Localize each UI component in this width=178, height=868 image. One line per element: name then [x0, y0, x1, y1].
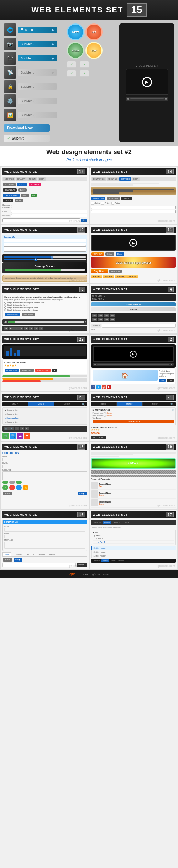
set12-login-input[interactable]: [11, 210, 87, 213]
set12-next-btn[interactable]: NEXT: [21, 194, 29, 197]
cb2[interactable]: [101, 202, 104, 205]
set4-dark-1[interactable]: btn: [92, 314, 98, 317]
set18-round-btn-2[interactable]: ✗: [9, 485, 15, 490]
set12-back-btn[interactable]: BACK: [18, 188, 27, 192]
set11-gold-btn2[interactable]: Button: [103, 275, 114, 278]
set18-prev-btn[interactable]: ◀ Prev: [3, 492, 12, 495]
set20-heart-icon[interactable]: ♥: [25, 427, 29, 430]
set11-gold-btn1[interactable]: Button: [91, 275, 102, 278]
set4-dark-3[interactable]: btn: [104, 314, 109, 317]
set20-share-icon[interactable]: ↗: [20, 427, 24, 430]
checkbox-1[interactable]: ✓: [67, 61, 76, 68]
set2-play[interactable]: ▶: [130, 351, 137, 358]
set11-video[interactable]: ▶: [91, 235, 176, 251]
set14-upload-btn[interactable]: UPLOAD: [121, 197, 132, 200]
set12-signin-btn[interactable]: SIGN IN: [3, 199, 13, 202]
set11-gold-btn4[interactable]: Button: [126, 275, 137, 278]
set10-email[interactable]: [4, 243, 86, 246]
menu-item-5[interactable]: SubMenu: [18, 83, 57, 90]
set14-download-btn[interactable]: DOWNLOAD: [91, 197, 105, 200]
tb-btn-4[interactable]: ✓: [19, 327, 23, 330]
radio-1[interactable]: [4, 302, 6, 304]
cb3[interactable]: [111, 202, 114, 205]
set18-toggle-3[interactable]: [16, 481, 22, 484]
radio-2[interactable]: [4, 304, 6, 306]
set10-message[interactable]: [4, 246, 86, 252]
menu-item-7[interactable]: SubMenu: [18, 112, 57, 118]
set22-fav-btn[interactable]: ♥: [52, 369, 57, 372]
set16-search-input[interactable]: [2, 563, 76, 567]
tb-btn-7[interactable]: ✉: [34, 327, 38, 330]
play-button[interactable]: ▶: [142, 77, 152, 87]
set22-download-btn[interactable]: DOWNLOAD: [5, 369, 19, 372]
menu-item-4[interactable]: SubMenu ▶: [18, 69, 57, 76]
set11-buynow-btn[interactable]: Buy Now!: [91, 269, 108, 273]
set4-dark-2[interactable]: btn: [98, 314, 103, 317]
set21-readmore-btn[interactable]: READ MORE: [91, 436, 106, 439]
set12-search-input[interactable]: [2, 218, 80, 222]
cb1[interactable]: [91, 202, 94, 205]
twitter-icon[interactable]: t: [96, 385, 101, 389]
tb-btn-5[interactable]: ✗: [24, 327, 28, 330]
set18-next-btn[interactable]: Next ▶: [78, 492, 87, 495]
set18-toggle-1[interactable]: [2, 481, 8, 484]
set11-play[interactable]: ▶: [129, 239, 137, 247]
set18-toggle-2[interactable]: [9, 481, 15, 484]
set4-dark-8[interactable]: btn: [110, 318, 115, 321]
set18-round-btn-1[interactable]: ✓: [2, 485, 8, 490]
set12-premium-btn[interactable]: PREMIUM: [29, 183, 41, 186]
set4-submit-btn[interactable]: Submit: [91, 307, 176, 311]
set10-name[interactable]: [4, 239, 86, 242]
set12-register-btn[interactable]: REGISTER: [3, 183, 16, 186]
set21-search-icon[interactable]: 🔍: [168, 402, 176, 406]
set18-round-btn-4[interactable]: ⭐: [23, 485, 28, 490]
set16-next-btn[interactable]: Next ▶: [14, 558, 23, 562]
set22-moreinfo-btn[interactable]: MORE INFO: [20, 369, 33, 372]
facebook-icon[interactable]: f: [91, 385, 95, 389]
search-icon-nav[interactable]: 🔍: [80, 402, 87, 406]
set4-dark-7[interactable]: btn: [104, 318, 109, 321]
set21-checkout-btn[interactable]: CHECKOUT!: [93, 420, 174, 423]
set3-submit-btn[interactable]: Submit answer: [5, 313, 20, 316]
submit-button[interactable]: ✓ Submit: [4, 135, 50, 142]
set18-email-input[interactable]: [2, 465, 87, 468]
set14-input-2[interactable]: [91, 210, 176, 213]
menu-item-3[interactable]: SubMenu ▶: [18, 55, 57, 61]
set18-round-btn-3[interactable]: i: [16, 485, 22, 490]
set16-prev-btn[interactable]: ◀ Prev: [3, 558, 12, 562]
download-now-button[interactable]: Download Now: [4, 124, 50, 132]
menu-item-2[interactable]: SubMenu ▶: [18, 41, 57, 47]
set3-view-btn[interactable]: View results: [22, 313, 35, 316]
set16-message[interactable]: [4, 542, 85, 549]
set20-search-icon[interactable]: 🔍: [9, 427, 14, 430]
set2-buy-btn[interactable]: Buy: [167, 379, 174, 382]
set4-dark-5[interactable]: btn: [92, 318, 98, 321]
set2-info-btn[interactable]: Info: [159, 379, 166, 382]
tb-btn-3[interactable]: ▶: [14, 327, 19, 330]
set20-upload-icon[interactable]: ⬆: [15, 427, 19, 430]
set12-select-btn[interactable]: SELECT: [17, 183, 27, 186]
set14-input-1[interactable]: [91, 206, 176, 209]
set16-name[interactable]: [4, 528, 85, 532]
tb-btn-1[interactable]: ⏮: [4, 327, 8, 330]
set12-ok-btn[interactable]: OK: [31, 194, 37, 197]
video-screen[interactable]: ▶: [126, 69, 168, 95]
set12-menu-btn[interactable]: MENU: [15, 199, 23, 202]
set11-review-btn[interactable]: REVIEW: [91, 252, 104, 256]
tb-btn-8[interactable]: ⚙: [39, 327, 43, 330]
set12-tryfree-btn[interactable]: TRY FOR FREE: [3, 194, 20, 197]
set20-cart-icon[interactable]: 🛒: [4, 427, 9, 430]
menu-item-6[interactable]: SubMenu: [18, 98, 57, 104]
youtube-icon[interactable]: ▶: [107, 385, 111, 389]
set11-btn3[interactable]: Button: [116, 252, 124, 256]
set18-message-input[interactable]: [2, 471, 87, 480]
set11-btn2[interactable]: Button: [105, 252, 114, 256]
tb-btn-2[interactable]: ⏭: [9, 327, 14, 330]
set4-download-btn[interactable]: Download Now: [91, 302, 176, 306]
menu-item-1[interactable]: ☰ Menu ▶: [18, 27, 57, 33]
checkbox-3[interactable]: ✓: [67, 70, 76, 77]
checkbox-2[interactable]: ✓: [80, 61, 89, 68]
set4-dark-6[interactable]: btn: [98, 318, 103, 321]
tb-btn-6[interactable]: ↺: [29, 327, 33, 330]
checkbox-4[interactable]: ✓: [80, 70, 89, 77]
